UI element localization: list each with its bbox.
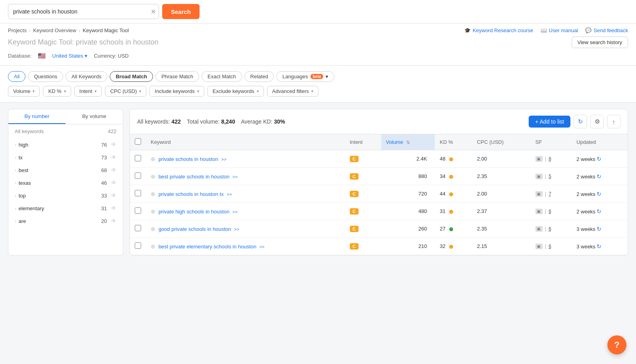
row-checkbox-3[interactable] — [135, 207, 141, 214]
sidebar-count-high: 76 — [101, 142, 107, 148]
row-refresh-icon-5[interactable]: ↻ — [597, 243, 601, 250]
row-intent-cell: C — [345, 238, 381, 255]
row-intent-cell: C — [345, 168, 381, 185]
sidebar-item-top[interactable]: › top 33 👁 — [8, 189, 123, 202]
user-manual-link[interactable]: 📖 User manual — [541, 27, 578, 33]
row-keyword-link-1[interactable]: best private schools in houston — [159, 174, 230, 180]
filter-cpc-chevron-icon: ▾ — [139, 89, 141, 93]
filter-advanced-chevron-icon: ▾ — [311, 89, 313, 93]
filter-volume[interactable]: Volume ▾ — [8, 86, 40, 97]
tab-related[interactable]: Related — [244, 71, 274, 82]
row-sf-cell: ▣ | 8 — [531, 150, 572, 168]
sidebar-eye-elementary[interactable]: 👁 — [111, 205, 116, 211]
sf-number-0[interactable]: 8 — [549, 156, 551, 162]
external-link-icon: >> — [227, 192, 232, 197]
sidebar-eye-texas[interactable]: 👁 — [111, 180, 116, 186]
kw-research-course-label: Keyword Research course — [473, 27, 533, 33]
add-to-list-button[interactable]: + Add to list — [529, 116, 570, 128]
sidebar-eye-best[interactable]: 👁 — [111, 167, 116, 173]
sidebar-tab-by-volume[interactable]: By volume — [66, 109, 123, 124]
sidebar-item-are[interactable]: › are 20 👁 — [8, 215, 123, 227]
tab-questions[interactable]: Questions — [28, 71, 63, 82]
sf-number-2[interactable]: 7 — [549, 191, 551, 197]
sidebar-eye-high[interactable]: 👁 — [111, 141, 116, 148]
th-volume[interactable]: Volume ⇅ — [381, 134, 435, 150]
view-history-button[interactable]: View search history — [572, 37, 628, 48]
external-link-icon: >> — [221, 157, 227, 162]
breadcrumb-overview[interactable]: Keyword Overview — [33, 27, 76, 33]
sidebar-all-keywords-label: All keywords — [15, 128, 44, 134]
tab-exact-match[interactable]: Exact Match — [202, 71, 242, 82]
row-keyword-link-2[interactable]: private schools in houston tx — [159, 191, 224, 197]
row-keyword-link-5[interactable]: best private elementary schools in houst… — [159, 244, 256, 250]
tab-all[interactable]: All — [8, 71, 25, 82]
row-cpc-cell: 2.37 — [472, 203, 531, 220]
sidebar-item-best[interactable]: › best 68 👁 — [8, 164, 123, 176]
sidebar-eye-top[interactable]: 👁 — [111, 192, 116, 199]
tab-broad-match[interactable]: Broad Match — [110, 71, 153, 82]
send-feedback-link[interactable]: 💬 Send feedback — [585, 27, 628, 33]
sf-number-1[interactable]: 5 — [549, 174, 551, 179]
row-keyword-cell: ⊕ good private schools in houston >> — [146, 220, 345, 238]
row-checkbox-4[interactable] — [135, 225, 141, 231]
settings-button[interactable]: ⚙ — [590, 115, 604, 128]
row-refresh-icon-4[interactable]: ↻ — [597, 226, 601, 232]
kw-research-course-link[interactable]: 🎓 Keyword Research course — [464, 27, 533, 33]
user-manual-label: User manual — [549, 27, 578, 33]
sidebar-eye-tx[interactable]: 👁 — [111, 154, 116, 161]
row-refresh-icon-1[interactable]: ↻ — [597, 173, 601, 180]
filter-kd[interactable]: KD % ▾ — [43, 86, 71, 97]
kd-dot-0 — [449, 157, 453, 161]
row-checkbox-1[interactable] — [135, 172, 141, 179]
row-refresh-icon-0[interactable]: ↻ — [597, 156, 601, 162]
tab-languages[interactable]: Languages beta ▾ — [276, 71, 334, 82]
sidebar-item-texas[interactable]: › texas 46 👁 — [8, 176, 123, 189]
export-button[interactable]: ↑ — [607, 115, 620, 128]
row-refresh-icon-3[interactable]: ↻ — [597, 208, 601, 215]
tab-all-keywords[interactable]: All Keywords — [66, 71, 107, 82]
select-all-checkbox[interactable] — [135, 138, 141, 145]
filter-exclude-kw[interactable]: Exclude keywords ▾ — [207, 86, 264, 97]
row-keyword-cell: ⊕ best private schools in houston >> — [146, 168, 345, 185]
search-input[interactable] — [8, 4, 159, 19]
sf-number-3[interactable]: 6 — [549, 209, 551, 214]
graduation-icon: 🎓 — [464, 27, 471, 33]
tab-phrase-match[interactable]: Phrase Match — [155, 71, 199, 82]
db-chevron-icon: ▾ — [85, 53, 87, 59]
row-keyword-link-3[interactable]: private high schools in houston — [159, 209, 230, 215]
filter-include-kw-label: Include keywords — [155, 88, 194, 94]
filter-cpc[interactable]: CPC (USD) ▾ — [105, 86, 146, 97]
row-checkbox-2[interactable] — [135, 190, 141, 196]
search-button[interactable]: Search — [162, 4, 200, 19]
filter-intent[interactable]: Intent ▾ — [74, 86, 102, 97]
refresh-button[interactable]: ↻ — [574, 115, 587, 128]
sf-number-5[interactable]: 6 — [549, 244, 551, 249]
db-value: United States — [52, 53, 83, 59]
db-select[interactable]: United States ▾ — [52, 53, 87, 59]
plus-circle-icon: ⊕ — [151, 173, 155, 180]
filter-advanced[interactable]: Advanced filters ▾ — [267, 86, 319, 97]
filter-kd-label: KD % — [48, 88, 61, 94]
sidebar-item-tx[interactable]: › tx 73 👁 — [8, 151, 123, 164]
filter-include-kw[interactable]: Include keywords ▾ — [149, 86, 204, 97]
sf-divider: | — [545, 208, 546, 214]
row-checkbox-0[interactable] — [135, 155, 141, 161]
sidebar-chevron-best: › — [15, 168, 16, 172]
clear-icon[interactable]: ✕ — [151, 8, 156, 15]
filter-cpc-label: CPC (USD) — [110, 88, 137, 94]
row-refresh-icon-2[interactable]: ↻ — [597, 191, 601, 197]
row-keyword-link-0[interactable]: private schools in houston — [159, 156, 218, 162]
row-checkbox-5[interactable] — [135, 242, 141, 249]
plus-circle-icon: ⊕ — [151, 243, 155, 250]
sidebar-item-elementary[interactable]: › elementary 31 👁 — [8, 202, 123, 215]
sidebar-eye-are[interactable]: 👁 — [111, 218, 116, 224]
sidebar-item-high[interactable]: › high 76 👁 — [8, 138, 123, 151]
row-keyword-link-4[interactable]: good private schools in houston — [159, 226, 231, 232]
sidebar-tab-by-number[interactable]: By number — [8, 109, 66, 124]
breadcrumb-projects[interactable]: Projects — [8, 27, 27, 33]
row-kd-cell: 34 — [435, 168, 472, 185]
sf-number-4[interactable]: 6 — [549, 226, 551, 232]
row-checkbox-cell — [130, 203, 146, 220]
row-keyword-cell: ⊕ best private elementary schools in hou… — [146, 238, 345, 255]
filter-kd-chevron-icon: ▾ — [64, 89, 66, 93]
